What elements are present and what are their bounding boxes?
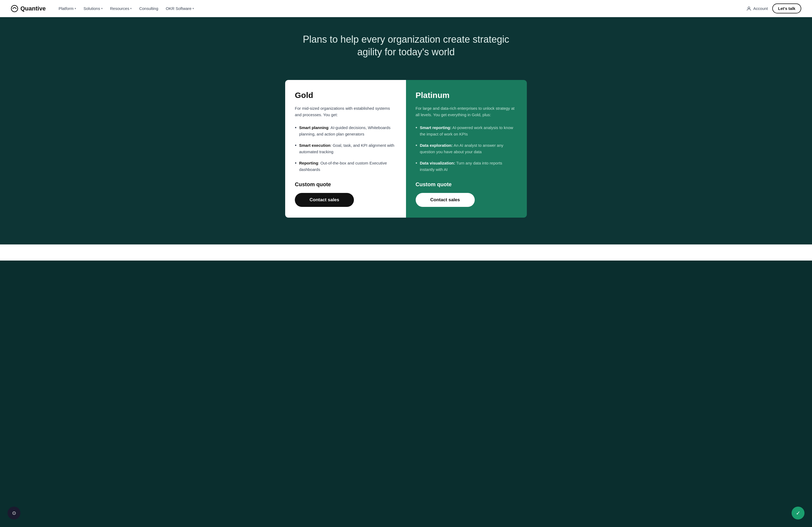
navbar-left: Quantive Platform ▾ Solutions ▾ Resource… <box>11 4 197 13</box>
gold-contact-sales-button[interactable]: Contact sales <box>295 193 354 207</box>
platinum-contact-sales-button[interactable]: Contact sales <box>416 193 475 207</box>
user-icon <box>746 6 752 11</box>
logo-icon <box>11 5 18 12</box>
platinum-price-label: Custom quote <box>416 181 518 187</box>
nav-links: Platform ▾ Solutions ▾ Resources ▾ Consu… <box>55 4 197 13</box>
gold-card: Gold For mid-sized organizations with es… <box>285 80 406 217</box>
chat-icon: ⊙ <box>12 510 16 516</box>
feature-bold: Reporting <box>299 161 318 165</box>
nav-item-consulting[interactable]: Consulting <box>136 4 161 13</box>
gold-features-list: Smart planning: AI-guided decisions, Whi… <box>295 124 396 173</box>
platinum-plan-name: Platinum <box>416 91 518 100</box>
list-item: Data exploration: An AI analyst to answe… <box>416 142 518 155</box>
feature-bold: Smart planning <box>299 125 329 130</box>
feature-bold: Smart reporting: <box>420 125 452 130</box>
logo[interactable]: Quantive <box>11 5 46 12</box>
lets-talk-button[interactable]: Let's talk <box>772 3 801 13</box>
list-item: Reporting: Out-of-the-box and custom Exe… <box>295 160 396 173</box>
platinum-card: Platinum For large and data-rich enterpr… <box>406 80 527 217</box>
floating-chat-button[interactable]: ⊙ <box>8 507 20 520</box>
nav-resources-label: Resources <box>110 6 129 11</box>
checkmark-icon: ✓ <box>796 510 800 516</box>
feature-bold: Data exploration: <box>420 143 453 148</box>
nav-item-solutions[interactable]: Solutions ▾ <box>80 4 106 13</box>
hero-section: Plans to help every organization create … <box>0 17 812 80</box>
nav-solutions-label: Solutions <box>84 6 100 11</box>
list-item: Smart planning: AI-guided decisions, Whi… <box>295 124 396 137</box>
nav-platform-label: Platform <box>59 6 74 11</box>
plans-section: Gold For mid-sized organizations with es… <box>0 80 812 244</box>
gold-plan-name: Gold <box>295 91 396 100</box>
nav-item-platform[interactable]: Platform ▾ <box>55 4 79 13</box>
platinum-plan-description: For large and data-rich enterprises to u… <box>416 105 518 118</box>
list-item: Data visualization: Turn any data into r… <box>416 160 518 173</box>
plans-container: Gold For mid-sized organizations with es… <box>285 80 527 217</box>
nav-consulting-label: Consulting <box>139 6 158 11</box>
feature-bold: Smart execution <box>299 143 331 148</box>
chevron-down-icon: ▾ <box>130 7 132 10</box>
nav-item-okr-software[interactable]: OKR Software ▾ <box>162 4 197 13</box>
account-link[interactable]: Account <box>746 6 768 11</box>
svg-point-1 <box>748 7 750 9</box>
navbar: Quantive Platform ▾ Solutions ▾ Resource… <box>0 0 812 17</box>
svg-point-0 <box>11 5 18 12</box>
logo-text: Quantive <box>20 5 46 12</box>
hero-title: Plans to help every organization create … <box>299 33 513 59</box>
list-item: Smart execution: Goal, task, and KPI ali… <box>295 142 396 155</box>
nav-item-resources[interactable]: Resources ▾ <box>107 4 135 13</box>
account-label: Account <box>753 6 768 11</box>
chevron-down-icon: ▾ <box>192 7 194 10</box>
list-item: Smart reporting: AI-powered work analysi… <box>416 124 518 137</box>
gold-plan-description: For mid-sized organizations with establi… <box>295 105 396 118</box>
bottom-bar <box>0 244 812 260</box>
chevron-down-icon: ▾ <box>75 7 76 10</box>
navbar-right: Account Let's talk <box>746 3 801 13</box>
nav-okr-label: OKR Software <box>166 6 191 11</box>
gold-price-label: Custom quote <box>295 181 396 187</box>
floating-action-button[interactable]: ✓ <box>792 507 804 520</box>
platinum-features-list: Smart reporting: AI-powered work analysi… <box>416 124 518 173</box>
feature-bold: Data visualization: <box>420 161 455 165</box>
chevron-down-icon: ▾ <box>101 7 103 10</box>
